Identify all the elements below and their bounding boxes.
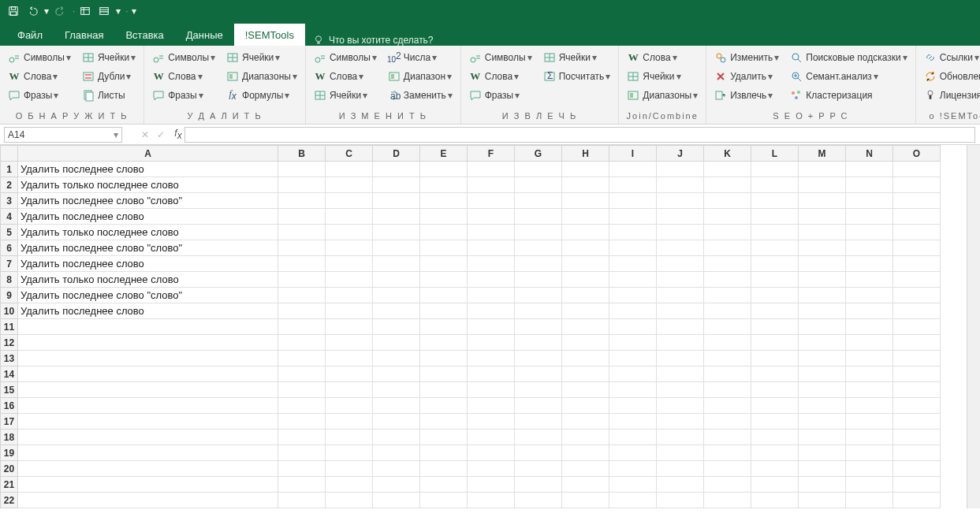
cell-L7[interactable] bbox=[751, 256, 799, 272]
cell-I5[interactable] bbox=[609, 225, 657, 240]
cell-A5[interactable]: Удалить только последнее слово bbox=[18, 225, 278, 240]
cell-K21[interactable] bbox=[704, 477, 751, 493]
cell-O6[interactable] bbox=[893, 240, 941, 256]
cell-C5[interactable] bbox=[326, 225, 373, 240]
col-header-G[interactable]: G bbox=[515, 146, 562, 162]
cell-F9[interactable] bbox=[468, 288, 515, 303]
cell-E15[interactable] bbox=[420, 382, 468, 398]
cell-J9[interactable] bbox=[657, 288, 704, 303]
name-box[interactable]: A14 ▾ bbox=[4, 127, 122, 143]
cell-N13[interactable] bbox=[846, 351, 893, 366]
row-header-16[interactable]: 16 bbox=[1, 398, 18, 414]
cell-E9[interactable] bbox=[420, 288, 468, 303]
cell-O13[interactable] bbox=[893, 351, 941, 366]
qat-custom1-icon[interactable] bbox=[76, 2, 94, 20]
cell-K16[interactable] bbox=[704, 398, 751, 414]
cell-A19[interactable] bbox=[18, 445, 278, 461]
cell-I15[interactable] bbox=[609, 382, 657, 398]
ribbon-диапазоны[interactable]: Диапазоны▾ bbox=[624, 87, 701, 104]
cell-M11[interactable] bbox=[799, 319, 846, 335]
cell-B20[interactable] bbox=[278, 461, 326, 477]
cell-G10[interactable] bbox=[515, 303, 562, 319]
cell-K4[interactable] bbox=[704, 209, 751, 225]
col-header-L[interactable]: L bbox=[751, 146, 799, 162]
cell-G21[interactable] bbox=[515, 477, 562, 493]
cell-A20[interactable] bbox=[18, 461, 278, 477]
cell-E12[interactable] bbox=[420, 335, 468, 351]
cell-C11[interactable] bbox=[326, 319, 373, 335]
cell-I22[interactable] bbox=[609, 493, 657, 508]
ribbon-диапазон[interactable]: Диапазон▾ bbox=[385, 68, 456, 85]
cell-K2[interactable] bbox=[704, 177, 751, 193]
cell-A15[interactable] bbox=[18, 382, 278, 398]
cell-B9[interactable] bbox=[278, 288, 326, 303]
cell-M18[interactable] bbox=[799, 430, 846, 445]
cell-D8[interactable] bbox=[373, 272, 420, 288]
row-header-20[interactable]: 20 bbox=[1, 461, 18, 477]
cell-E16[interactable] bbox=[420, 398, 468, 414]
cell-D2[interactable] bbox=[373, 177, 420, 193]
cell-N11[interactable] bbox=[846, 319, 893, 335]
cell-L10[interactable] bbox=[751, 303, 799, 319]
cell-H8[interactable] bbox=[562, 272, 609, 288]
cell-B18[interactable] bbox=[278, 430, 326, 445]
fx-icon[interactable]: fx bbox=[169, 127, 184, 143]
cell-C7[interactable] bbox=[326, 256, 373, 272]
cell-O16[interactable] bbox=[893, 398, 941, 414]
cell-E17[interactable] bbox=[420, 414, 468, 430]
cell-M17[interactable] bbox=[799, 414, 846, 430]
cell-L3[interactable] bbox=[751, 193, 799, 209]
ribbon-ячейки[interactable]: Ячейки▾ bbox=[79, 49, 139, 66]
cell-E18[interactable] bbox=[420, 430, 468, 445]
cell-G16[interactable] bbox=[515, 398, 562, 414]
cell-M14[interactable] bbox=[799, 366, 846, 382]
cell-L1[interactable] bbox=[751, 162, 799, 177]
cell-J13[interactable] bbox=[657, 351, 704, 366]
cell-B8[interactable] bbox=[278, 272, 326, 288]
cell-M2[interactable] bbox=[799, 177, 846, 193]
cell-H1[interactable] bbox=[562, 162, 609, 177]
tab-file[interactable]: Файл bbox=[6, 24, 54, 46]
ribbon-удалить[interactable]: Удалить▾ bbox=[711, 68, 782, 85]
cell-M3[interactable] bbox=[799, 193, 846, 209]
cell-F2[interactable] bbox=[468, 177, 515, 193]
cell-B15[interactable] bbox=[278, 382, 326, 398]
cell-N2[interactable] bbox=[846, 177, 893, 193]
cell-G8[interactable] bbox=[515, 272, 562, 288]
row-header-5[interactable]: 5 bbox=[1, 225, 18, 240]
cell-M13[interactable] bbox=[799, 351, 846, 366]
cell-G5[interactable] bbox=[515, 225, 562, 240]
cell-H10[interactable] bbox=[562, 303, 609, 319]
cell-C21[interactable] bbox=[326, 477, 373, 493]
cell-I11[interactable] bbox=[609, 319, 657, 335]
cell-M6[interactable] bbox=[799, 240, 846, 256]
col-header-F[interactable]: F bbox=[468, 146, 515, 162]
cell-H14[interactable] bbox=[562, 366, 609, 382]
cell-F19[interactable] bbox=[468, 445, 515, 461]
cell-A12[interactable] bbox=[18, 335, 278, 351]
col-header-M[interactable]: M bbox=[799, 146, 846, 162]
col-header-O[interactable]: O bbox=[893, 146, 941, 162]
cell-A16[interactable] bbox=[18, 398, 278, 414]
col-header-J[interactable]: J bbox=[657, 146, 704, 162]
cell-J21[interactable] bbox=[657, 477, 704, 493]
cell-O12[interactable] bbox=[893, 335, 941, 351]
cell-O10[interactable] bbox=[893, 303, 941, 319]
cell-C10[interactable] bbox=[326, 303, 373, 319]
cell-G9[interactable] bbox=[515, 288, 562, 303]
cell-A4[interactable]: Удалить последнее слово bbox=[18, 209, 278, 225]
cell-I10[interactable] bbox=[609, 303, 657, 319]
cell-K12[interactable] bbox=[704, 335, 751, 351]
cell-G15[interactable] bbox=[515, 382, 562, 398]
cell-G22[interactable] bbox=[515, 493, 562, 508]
cell-G17[interactable] bbox=[515, 414, 562, 430]
cell-K14[interactable] bbox=[704, 366, 751, 382]
cell-N18[interactable] bbox=[846, 430, 893, 445]
qat-custom2-icon[interactable] bbox=[95, 2, 113, 20]
cell-M4[interactable] bbox=[799, 209, 846, 225]
row-header-4[interactable]: 4 bbox=[1, 209, 18, 225]
cell-A8[interactable]: Удалить только последнее слово bbox=[18, 272, 278, 288]
cell-H19[interactable] bbox=[562, 445, 609, 461]
cell-E22[interactable] bbox=[420, 493, 468, 508]
cell-H13[interactable] bbox=[562, 351, 609, 366]
